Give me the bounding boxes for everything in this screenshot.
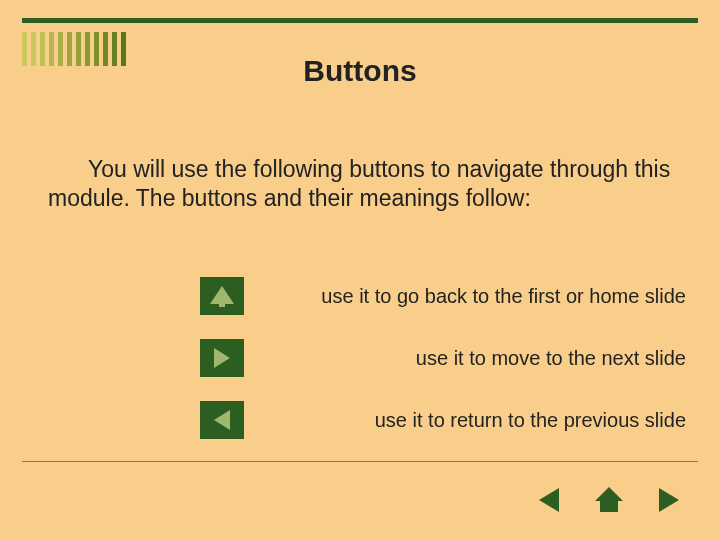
footer-home-button[interactable]: [588, 480, 630, 520]
home-icon: [595, 487, 623, 513]
legend-description: use it to go back to the first or home s…: [244, 285, 690, 308]
button-legend: use it to go back to the first or home s…: [200, 265, 690, 451]
intro-text: You will use the following buttons to na…: [48, 155, 672, 213]
legend-row: use it to move to the next slide: [200, 327, 690, 389]
legend-description: use it to return to the previous slide: [244, 409, 690, 432]
legend-description: use it to move to the next slide: [244, 347, 690, 370]
footer-rule: [22, 461, 698, 462]
arrow-right-icon: [214, 348, 230, 368]
footer-next-button[interactable]: [648, 480, 690, 520]
next-button[interactable]: [200, 339, 244, 377]
page-title: Buttons: [0, 54, 720, 88]
legend-row: use it to go back to the first or home s…: [200, 265, 690, 327]
prev-button[interactable]: [200, 401, 244, 439]
arrow-left-icon: [539, 488, 559, 512]
arrow-right-icon: [659, 488, 679, 512]
footer-prev-button[interactable]: [528, 480, 570, 520]
footer-nav: [528, 480, 690, 520]
header-rule: [22, 18, 698, 23]
legend-row: use it to return to the previous slide: [200, 389, 690, 451]
home-button[interactable]: [200, 277, 244, 315]
arrow-left-icon: [214, 410, 230, 430]
home-icon: [210, 286, 234, 304]
